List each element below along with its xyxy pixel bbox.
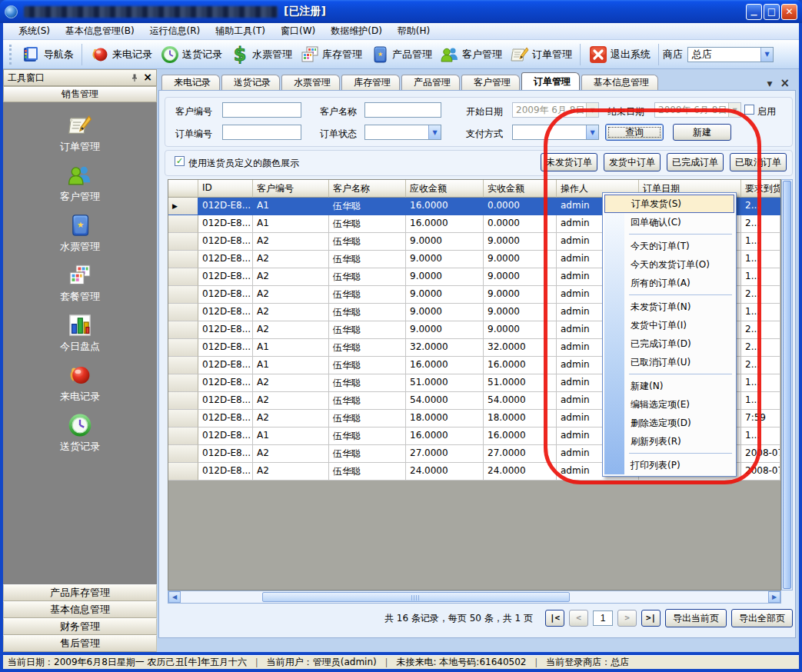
tab[interactable]: 产品管理 [401, 75, 460, 90]
vertical-scrollbar-thumb[interactable] [783, 181, 791, 589]
toolbar-item[interactable]: 来电记录 [86, 43, 156, 66]
order-status-combobox[interactable] [364, 125, 441, 140]
context-menu-item[interactable]: 发货中订单(I) [604, 316, 734, 334]
export-all-pages-button[interactable]: 导出全部页 [731, 609, 793, 627]
scroll-right-arrow-icon[interactable] [768, 591, 780, 603]
pay-method-combobox[interactable] [512, 125, 599, 140]
chevron-down-icon[interactable] [760, 48, 773, 62]
tab[interactable]: 库存管理 [341, 75, 400, 90]
column-header-received[interactable]: 实收金额 [484, 180, 557, 198]
row-selector-cell[interactable] [168, 198, 198, 215]
row-selector-cell[interactable] [168, 392, 198, 410]
context-menu-item[interactable] [629, 234, 732, 235]
menu-item[interactable]: 窗口(W) [273, 23, 323, 39]
tab-close-icon[interactable] [780, 76, 790, 90]
tab[interactable]: 水票管理 [281, 75, 340, 90]
previous-page-button[interactable]: < [569, 610, 588, 627]
chevron-down-icon[interactable] [728, 103, 740, 117]
row-selector-cell[interactable] [168, 286, 198, 304]
order-status-filter-button[interactable]: 已取消订单 [730, 153, 787, 171]
context-menu-item[interactable]: 已取消订单(U) [604, 353, 734, 371]
toolbar-grip[interactable] [9, 45, 12, 65]
tab[interactable]: 基本信息管理 [581, 75, 658, 90]
next-page-button[interactable]: > [617, 610, 637, 627]
menu-item[interactable]: 系统(S) [11, 23, 58, 39]
context-menu-item[interactable]: 编辑选定项(E) [604, 395, 734, 414]
tab-list-dropdown-icon[interactable] [767, 78, 773, 88]
first-page-button[interactable]: |< [545, 610, 564, 627]
tab[interactable]: 送货记录 [221, 75, 280, 90]
context-menu-item[interactable]: 所有的订单(A) [604, 274, 734, 292]
row-selector-cell[interactable] [168, 357, 198, 374]
context-menu-item[interactable]: 今天的发货订单(O) [604, 255, 734, 274]
toolbar-item[interactable]: 送货记录 [156, 43, 226, 66]
menu-item[interactable]: 数据维护(D) [323, 23, 390, 39]
row-selector-cell[interactable] [168, 215, 198, 233]
context-menu-item[interactable]: 回单确认(C) [604, 213, 734, 231]
sidebar-section-button[interactable]: 售后管理 [3, 635, 157, 652]
toolbar-item[interactable]: 水票管理 [226, 43, 296, 66]
order-status-filter-button[interactable]: 未发货订单 [541, 153, 597, 171]
column-header-customer-name[interactable]: 客户名称 [329, 180, 406, 198]
context-menu-item[interactable]: 刷新列表(R) [604, 432, 734, 451]
minimize-button[interactable] [746, 4, 762, 20]
tab[interactable]: 客户管理 [461, 75, 520, 90]
row-selector-cell[interactable] [168, 321, 198, 339]
context-menu-item[interactable] [629, 294, 732, 295]
toolbar-item[interactable]: 订单管理 [506, 43, 576, 66]
menu-item[interactable]: 帮助(H) [390, 23, 438, 39]
customer-no-input[interactable] [222, 102, 301, 118]
sidebar-section-sales[interactable]: 销售管理 [3, 86, 157, 102]
context-menu-item[interactable]: 未发货订单(N) [604, 298, 734, 316]
menu-item[interactable]: 运行信息(R) [142, 23, 208, 39]
row-selector-cell[interactable] [168, 445, 198, 463]
start-date-picker[interactable]: 2009年 6月 8日 [512, 102, 599, 118]
sidebar-item[interactable]: 水票管理 [3, 212, 157, 262]
toolbar-item[interactable]: 客户管理 [436, 43, 506, 66]
sidebar-item[interactable]: 套餐管理 [3, 262, 157, 312]
row-selector-cell[interactable] [168, 304, 198, 321]
scroll-left-arrow-icon[interactable] [168, 591, 181, 603]
chevron-down-icon[interactable] [586, 125, 598, 139]
menu-item[interactable]: 基本信息管理(B) [58, 23, 142, 39]
sidebar-item[interactable]: 客户管理 [3, 162, 157, 212]
horizontal-scrollbar-thumb[interactable] [262, 592, 570, 602]
tab[interactable]: 订单管理 [521, 72, 580, 90]
sidebar-section-button[interactable]: 财务管理 [3, 618, 157, 635]
row-selector-cell[interactable] [168, 339, 198, 357]
horizontal-scrollbar[interactable] [168, 590, 781, 604]
sidebar-item[interactable]: 来电记录 [3, 362, 157, 412]
maximize-button[interactable] [764, 4, 780, 20]
sidebar-section-button[interactable]: 基本信息管理 [3, 601, 157, 618]
shop-combobox[interactable]: 总店 [687, 47, 774, 62]
close-button[interactable] [781, 4, 797, 20]
context-menu-item[interactable]: 订单发货(S) [604, 195, 734, 213]
toolbar-item-navigation[interactable]: 导航条 [18, 43, 78, 66]
toolbar-item[interactable]: 库存管理 [296, 43, 366, 66]
row-selector-cell[interactable] [168, 268, 198, 286]
sidebar-item[interactable]: 今日盘点 [3, 312, 157, 362]
chevron-down-icon[interactable] [586, 103, 598, 117]
chevron-down-icon[interactable] [428, 125, 441, 139]
context-menu-item[interactable]: 已完成订单(D) [604, 334, 734, 353]
menu-item[interactable]: 辅助工具(T) [208, 23, 273, 39]
context-menu-item[interactable]: 新建(N) [604, 377, 734, 395]
order-status-filter-button[interactable]: 已完成订单 [667, 153, 724, 171]
enable-checkbox[interactable] [744, 105, 754, 115]
last-page-button[interactable]: >| [641, 610, 661, 627]
context-menu-item[interactable]: 今天的订单(T) [604, 237, 734, 255]
order-no-input[interactable] [222, 125, 301, 140]
title-bar[interactable]: [已注册] [0, 0, 802, 23]
sidebar-item[interactable]: 送货记录 [3, 412, 157, 462]
end-date-picker[interactable]: 2009年 6月 8日 [654, 102, 741, 118]
order-status-filter-button[interactable]: 发货中订单 [604, 153, 661, 171]
context-menu-item[interactable]: 打印列表(P) [604, 456, 734, 474]
column-header-customer-no[interactable]: 客户编号 [253, 180, 329, 198]
customer-name-input[interactable] [364, 102, 441, 118]
search-button[interactable]: 查询 [605, 124, 664, 141]
column-header-receivable[interactable]: 应收金额 [406, 180, 484, 198]
pin-icon[interactable] [130, 73, 139, 82]
page-number-input[interactable] [593, 610, 613, 626]
row-selector-cell[interactable] [168, 251, 198, 268]
sidebar-item[interactable]: 订单管理 [3, 112, 157, 162]
